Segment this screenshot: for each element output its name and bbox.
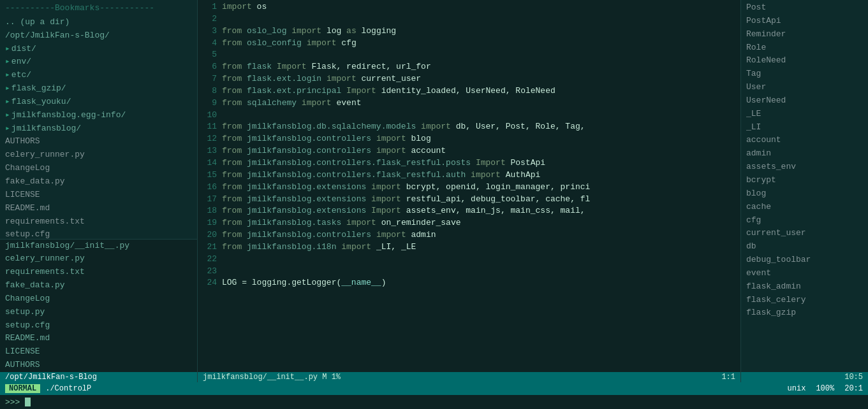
status-position: 20:1 — [844, 384, 863, 393]
line-number: 11 — [198, 121, 222, 133]
sidebar-status: /opt/JmilkFan-s-Blog — [0, 372, 197, 382]
line-content: from jmilkfansblog.tasks import on_remin… — [222, 217, 740, 229]
code-statusbar: jmilkfansblog/__init__.py M 1% 1:1 — [198, 372, 740, 382]
line-content: import os — [222, 1, 740, 13]
code-line: 24LOG = logging.getLogger(__name__) — [198, 277, 740, 289]
line-number: 9 — [198, 97, 222, 110]
sidebar-item[interactable]: fake_data.py — [0, 175, 197, 189]
code-area: 1import os2 3from oslo_log import log as… — [198, 0, 740, 382]
line-number: 15 — [198, 169, 222, 182]
right-sidebar-item: _LE — [741, 108, 868, 121]
sidebar-item[interactable]: LICENSE — [0, 189, 197, 202]
code-line: 5 — [198, 49, 740, 61]
line-content — [222, 13, 740, 25]
right-sidebar-item: RoleNeed — [741, 54, 868, 68]
line-number: 8 — [198, 85, 222, 97]
right-sidebar-item: _LI — [741, 121, 868, 134]
ctrlp-item[interactable]: ChangeLog — [0, 292, 197, 306]
line-content: from jmilkfansblog.controllers import ac… — [222, 145, 740, 157]
right-sidebar-item: UserNeed — [741, 94, 868, 108]
mode-badge: NORMAL — [5, 384, 40, 393]
sidebar-item[interactable]: setup.cfg — [0, 228, 197, 238]
line-content: LOG = logging.getLogger(__name__) — [222, 277, 740, 289]
ctrlp-item[interactable]: AUTHORS — [0, 359, 197, 372]
ctrlp-item[interactable]: jmilkfansblog/__init__.py — [0, 240, 197, 253]
right-position: 10:5 — [844, 373, 863, 382]
sidebar-item-root[interactable]: /opt/JmilkFan-s-Blog/ — [0, 29, 197, 43]
ctrlp-item[interactable]: fake_data.py — [0, 279, 197, 292]
line-content: from jmilkfansblog.i18n import _LI, _LE — [222, 241, 740, 254]
line-number: 4 — [198, 38, 222, 50]
code-line: 8from flask.ext.principal Import identit… — [198, 85, 740, 97]
line-number: 21 — [198, 241, 222, 254]
ctrlp-item[interactable]: setup.py — [0, 306, 197, 319]
sidebar-item[interactable]: README.md — [0, 202, 197, 215]
right-sidebar-item: flask_gzip — [741, 306, 868, 320]
bookmarks-label: ----------Bookmarks----------- — [0, 1, 197, 16]
right-sidebar-item: flask_admin — [741, 280, 868, 294]
line-number: 23 — [198, 266, 222, 278]
line-content: from flask.ext.login import current_user — [222, 73, 740, 85]
line-number: 17 — [198, 194, 222, 206]
ctrlp-item[interactable]: requirements.txt — [0, 266, 197, 279]
status-encoding: unix — [788, 384, 806, 393]
sidebar-item[interactable]: ▸flask_gzip/ — [0, 82, 197, 96]
right-sidebar-content: PostPostApiReminderRoleRoleNeedTagUserUs… — [741, 0, 868, 372]
right-sidebar-item: blog — [741, 187, 868, 201]
sidebar-item[interactable]: ▸env/ — [0, 55, 197, 69]
sidebar-item[interactable]: ▸jmilkfansblog/ — [0, 122, 197, 136]
line-number: 14 — [198, 157, 222, 169]
right-sidebar-item: flask_celery — [741, 294, 868, 307]
code-filename: jmilkfansblog/__init__.py M 1% — [203, 373, 341, 382]
right-sidebar-item: bcrypt — [741, 174, 868, 187]
line-number: 19 — [198, 217, 222, 229]
code-position: 1:1 — [721, 373, 735, 382]
code-content[interactable]: 1import os2 3from oslo_log import log as… — [198, 0, 740, 372]
sidebar-item[interactable]: ChangeLog — [0, 162, 197, 175]
sidebar-item[interactable]: ▸dist/ — [0, 43, 197, 56]
right-sidebar-item: User — [741, 81, 868, 94]
line-number: 18 — [198, 205, 222, 217]
sidebar-item[interactable]: requirements.txt — [0, 215, 197, 229]
line-number: 22 — [198, 254, 222, 266]
code-line: 9from sqlalchemy import event — [198, 97, 740, 110]
sidebar-item[interactable]: ▸flask_youku/ — [0, 96, 197, 109]
line-number: 1 — [198, 1, 222, 13]
sidebar-item-up-dir[interactable]: .. (up a dir) — [0, 16, 197, 29]
line-number: 20 — [198, 229, 222, 241]
right-sidebar: PostPostApiReminderRoleRoleNeedTagUserUs… — [740, 0, 868, 382]
ctrlp-item[interactable]: celery_runner.py — [0, 252, 197, 266]
right-sidebar-item: debug_toolbar — [741, 254, 868, 267]
line-content: from jmilkfansblog.controllers.flask_res… — [222, 169, 740, 182]
dir-arrow: ▸ — [5, 57, 10, 66]
line-content: from oslo_log import log as logging — [222, 25, 740, 38]
right-sidebar-item: PostApi — [741, 15, 868, 28]
dir-arrow: ▸ — [5, 44, 10, 54]
right-sidebar-item: assets_env — [741, 161, 868, 174]
line-content: from jmilkfansblog.extensions import res… — [222, 194, 740, 206]
right-sidebar-item: Tag — [741, 68, 868, 81]
right-sidebar-item: cfg — [741, 214, 868, 227]
status-bar: NORMAL ./ControlP unix 100% 20:1 — [0, 382, 868, 395]
code-line: 1import os — [198, 1, 740, 13]
code-line: 10 — [198, 110, 740, 122]
right-sidebar-item: Reminder — [741, 28, 868, 41]
sidebar-item[interactable]: AUTHORS — [0, 135, 197, 148]
line-number: 7 — [198, 73, 222, 85]
status-path: ./ControlP — [45, 384, 91, 393]
line-content — [222, 254, 740, 266]
sidebar-item[interactable]: ▸etc/ — [0, 69, 197, 82]
sidebar-item[interactable]: ▸jmilkfansblog.egg-info/ — [0, 109, 197, 122]
ctrlp-item[interactable]: README.md — [0, 332, 197, 345]
line-number: 10 — [198, 110, 222, 122]
line-content: from oslo_config import cfg — [222, 38, 740, 50]
cmd-line: >>> — [0, 395, 868, 409]
right-statusbar: 10:5 — [741, 372, 868, 382]
dir-arrow: ▸ — [5, 83, 10, 93]
ctrlp-item[interactable]: setup.cfg — [0, 319, 197, 333]
dir-arrow: ▸ — [5, 70, 10, 80]
dir-arrow: ▸ — [5, 97, 10, 106]
sidebar-item[interactable]: celery_runner.py — [0, 148, 197, 162]
line-number: 5 — [198, 49, 222, 61]
ctrlp-item[interactable]: LICENSE — [0, 345, 197, 359]
